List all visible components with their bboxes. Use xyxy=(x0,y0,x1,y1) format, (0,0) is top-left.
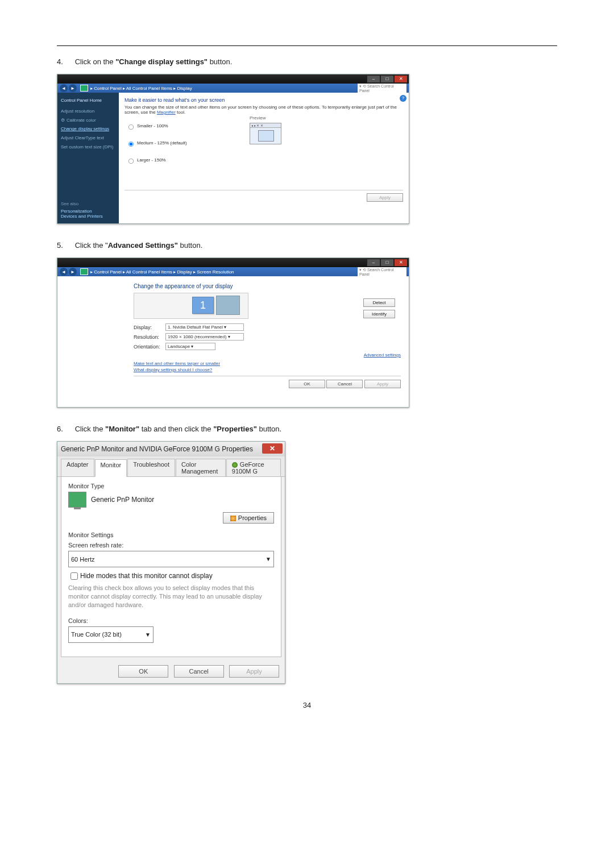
radio-larger[interactable]: Larger - 150% xyxy=(125,156,187,165)
step-text: Click on the "Change display settings" b… xyxy=(75,57,233,66)
window-titlebar: – □ ✕ xyxy=(57,74,409,84)
ok-button[interactable]: OK xyxy=(118,665,168,678)
resolution-select[interactable]: 1920 × 1080 (recommended) ▾ xyxy=(165,333,244,340)
orientation-select[interactable]: Landscape ▾ xyxy=(165,343,215,350)
colors-label: Colors: xyxy=(68,617,274,624)
forward-icon[interactable]: ► xyxy=(69,268,77,276)
top-rule xyxy=(57,45,557,46)
pane-heading: Make it easier to read what's on your sc… xyxy=(125,97,403,103)
step-number: 5. xyxy=(57,241,73,250)
see-also-item[interactable]: Personalization xyxy=(61,209,115,214)
cancel-button[interactable]: Cancel xyxy=(174,665,224,678)
monitor-1-icon[interactable]: 1 xyxy=(192,297,214,314)
forward-icon[interactable]: ► xyxy=(69,84,77,92)
pane-desc: You can change the size of text and othe… xyxy=(125,105,403,115)
close-button[interactable]: ✕ xyxy=(394,259,408,267)
dialog-title: Generic PnP Monitor and NVIDIA GeForce 9… xyxy=(57,442,285,456)
chevron-down-icon: ▼ xyxy=(145,632,151,638)
step-number: 6. xyxy=(57,425,73,433)
screenshot-screen-resolution: – □ ✕ ◄ ► ▸ Control Panel ▸ All Control … xyxy=(57,258,409,408)
address-bar: ◄ ► ▸ Control Panel ▸ All Control Panel … xyxy=(57,84,409,93)
monitor-icon xyxy=(258,130,274,142)
address-bar: ◄ ► ▸ Control Panel ▸ All Control Panel … xyxy=(57,267,409,276)
monitor-name: Generic PnP Monitor xyxy=(91,496,154,504)
apply-button[interactable]: Apply xyxy=(367,193,403,202)
screenshot-display-settings: – □ ✕ ◄ ► ▸ Control Panel ▸ All Control … xyxy=(57,74,409,224)
monitor-icon xyxy=(68,492,86,508)
minimize-button[interactable]: – xyxy=(367,75,380,83)
back-icon[interactable]: ◄ xyxy=(60,268,68,276)
step-text: Click the "Monitor" tab and then click t… xyxy=(75,425,282,433)
tab-color-management[interactable]: Color Management xyxy=(176,459,226,476)
monitor-2-icon[interactable] xyxy=(216,296,240,315)
tab-troubleshoot[interactable]: Troubleshoot xyxy=(127,459,175,476)
tab-adapter[interactable]: Adapter xyxy=(61,459,94,476)
search-input[interactable]: ▾ ⟲Search Control Panel xyxy=(358,267,406,277)
minimize-button[interactable]: – xyxy=(367,259,380,267)
see-also: See also Personalization Devices and Pri… xyxy=(57,197,119,223)
detect-button[interactable]: Detect xyxy=(363,298,395,307)
advanced-settings-link[interactable]: Advanced settings xyxy=(364,352,401,358)
radio-medium[interactable]: Medium - 125% (default) xyxy=(125,139,187,148)
pane-heading: Change the appearance of your display xyxy=(134,283,401,289)
tab-geforce[interactable]: GeForce 9100M G xyxy=(226,459,281,476)
page-number: 34 xyxy=(57,701,557,709)
breadcrumb[interactable]: ▸ Control Panel ▸ All Control Panel Item… xyxy=(90,269,234,275)
hide-modes-checkbox[interactable]: Hide modes that this monitor cannot disp… xyxy=(68,571,274,582)
text-size-link[interactable]: Make text and other items larger or smal… xyxy=(134,361,401,366)
step-number: 4. xyxy=(57,57,73,66)
ok-button[interactable]: OK xyxy=(289,380,325,388)
shield-icon xyxy=(230,516,236,521)
refresh-rate-select[interactable]: 60 Hertz▼ xyxy=(68,551,274,567)
tab-monitor[interactable]: Monitor xyxy=(95,459,127,477)
monitor-type-label: Monitor Type xyxy=(68,483,274,489)
help-link[interactable]: What display settings should I choose? xyxy=(134,367,401,372)
preview-pane: Preview ◂ ▸ ✕ ✕ xyxy=(250,115,281,144)
chevron-down-icon: ▼ xyxy=(265,556,271,562)
hide-modes-desc: Clearing this check box allows you to se… xyxy=(68,584,274,609)
properties-button[interactable]: Properties xyxy=(223,512,274,524)
control-panel-icon xyxy=(80,85,88,92)
main-pane: Change the appearance of your display 1 … xyxy=(126,276,409,407)
identify-button[interactable]: Identify xyxy=(363,310,395,318)
main-pane: ? Make it easier to read what's on your … xyxy=(119,93,409,223)
close-button[interactable]: ✕ xyxy=(394,75,408,83)
cancel-button[interactable]: Cancel xyxy=(326,380,363,388)
refresh-label: Screen refresh rate: xyxy=(68,542,274,549)
display-select[interactable]: 1. Nvidia Default Flat Panel ▾ xyxy=(165,323,244,331)
sidebar-item[interactable]: Set custom text size (DPI) xyxy=(61,144,115,151)
magnifier-link[interactable]: Magnifier xyxy=(157,110,176,115)
close-button[interactable]: ✕ xyxy=(262,443,283,454)
search-input[interactable]: ▾ ⟲Search Control Panel xyxy=(358,84,406,93)
nvidia-icon xyxy=(232,462,238,468)
breadcrumb[interactable]: ▸ Control Panel ▸ All Control Panel Item… xyxy=(90,86,192,91)
sidebar-item[interactable]: Adjust resolution xyxy=(61,108,115,115)
step-text: Click the "Advanced Settings" button. xyxy=(75,241,203,250)
sidebar-item[interactable]: ⚙Calibrate color xyxy=(61,117,115,124)
sidebar-item[interactable]: Adjust ClearType text xyxy=(61,135,115,142)
colors-select[interactable]: True Color (32 bit)▼ xyxy=(68,626,154,643)
see-also-item[interactable]: Devices and Printers xyxy=(61,214,115,219)
display-preview: 1 xyxy=(134,293,248,319)
window-titlebar: – □ ✕ xyxy=(57,258,409,267)
help-icon[interactable]: ? xyxy=(400,95,406,102)
back-icon[interactable]: ◄ xyxy=(60,84,68,92)
gear-icon: ⚙ xyxy=(61,118,65,123)
sidebar-item-change-display[interactable]: Change display settings xyxy=(61,126,115,133)
apply-button[interactable]: Apply xyxy=(229,665,279,678)
apply-button[interactable]: Apply xyxy=(364,380,401,388)
tab-strip: Adapter Monitor Troubleshoot Color Manag… xyxy=(57,456,285,477)
monitor-settings-label: Monitor Settings xyxy=(68,531,274,538)
maximize-button[interactable]: □ xyxy=(380,75,394,83)
control-panel-icon xyxy=(80,268,88,275)
screenshot-monitor-properties: Generic PnP Monitor and NVIDIA GeForce 9… xyxy=(57,441,285,684)
sidebar-home[interactable]: Control Panel Home xyxy=(61,97,115,105)
maximize-button[interactable]: □ xyxy=(380,259,394,267)
sidebar-empty xyxy=(57,276,126,407)
radio-smaller[interactable]: Smaller - 100% xyxy=(125,122,187,131)
